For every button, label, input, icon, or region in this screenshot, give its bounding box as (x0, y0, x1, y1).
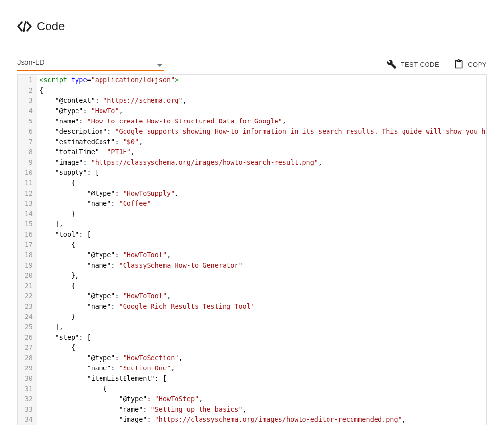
code-content[interactable]: "supply": [ (37, 168, 486, 178)
code-content[interactable]: "@type": "HowToSection", (37, 353, 486, 363)
code-line[interactable]: 10 "supply": [ (18, 168, 486, 178)
code-line[interactable]: 14 } (18, 209, 486, 219)
line-number: 21 (18, 281, 37, 291)
code-line[interactable]: 13 "name": "Coffee" (18, 198, 486, 209)
code-line[interactable]: 12 "@type": "HowToSupply", (18, 188, 486, 198)
line-number: 23 (18, 301, 37, 312)
code-content[interactable]: "name": "ClassySchema How-to Generator" (37, 260, 486, 270)
code-line[interactable]: 4 "@type": "HowTo", (18, 106, 486, 116)
code-content[interactable]: { (37, 342, 486, 353)
line-number: 13 (18, 198, 37, 209)
code-content[interactable]: "totalTime": "PT1H", (37, 147, 486, 157)
test-code-label: TEST CODE (401, 61, 439, 68)
test-code-button[interactable]: TEST CODE (387, 59, 439, 69)
line-number: 34 (18, 415, 37, 425)
line-number: 2 (18, 85, 37, 96)
line-number: 6 (18, 126, 37, 137)
code-line[interactable]: 30 "itemListElement": [ (18, 373, 486, 384)
code-content[interactable]: { (37, 384, 486, 394)
code-content[interactable]: } (37, 209, 486, 219)
code-content[interactable]: }, (37, 270, 486, 281)
code-line[interactable]: 2{ (18, 85, 486, 96)
code-content[interactable]: "@type": "HowToStep", (37, 394, 486, 404)
code-line[interactable]: 15 ], (18, 219, 486, 229)
code-content[interactable]: "description": "Google supports showing … (37, 126, 486, 137)
code-editor[interactable]: 1<script type="application/ld+json">2{3 … (17, 74, 487, 425)
code-line[interactable]: 29 "name": "Section One", (18, 363, 486, 373)
code-content[interactable]: "@type": "HowToTool", (37, 291, 486, 301)
format-dropdown[interactable]: Json-LD (17, 58, 164, 71)
line-number: 10 (18, 168, 37, 178)
code-content[interactable]: "itemListElement": [ (37, 373, 486, 384)
code-line[interactable]: 11 { (18, 178, 486, 188)
code-content[interactable]: ], (37, 322, 486, 332)
line-number: 7 (18, 137, 37, 147)
copy-label: COPY (468, 61, 487, 68)
code-line[interactable]: 22 "@type": "HowToTool", (18, 291, 486, 301)
code-line[interactable]: 9 "image": "https://classyschema.org/ima… (18, 157, 486, 168)
code-content[interactable]: "step": [ (37, 332, 486, 342)
code-content[interactable]: "name": "Section One", (37, 363, 486, 373)
line-number: 33 (18, 404, 37, 415)
clipboard-icon (454, 59, 464, 70)
code-content[interactable]: "name": "Coffee" (37, 198, 486, 209)
code-line[interactable]: 7 "estimatedCost": "$0", (18, 137, 486, 147)
copy-button[interactable]: COPY (454, 59, 487, 70)
line-number: 26 (18, 332, 37, 342)
toolbar: Json-LD TEST CODE COPY (17, 58, 487, 71)
line-number: 18 (18, 250, 37, 260)
code-content[interactable]: "@type": "HowToSupply", (37, 188, 486, 198)
code-content[interactable]: "@type": "HowTo", (37, 106, 486, 116)
code-content[interactable]: "name": "Setting up the basics", (37, 404, 486, 415)
chevron-down-icon (157, 60, 162, 69)
code-line[interactable]: 28 "@type": "HowToSection", (18, 353, 486, 363)
code-content[interactable]: { (37, 281, 486, 291)
code-line[interactable]: 32 "@type": "HowToStep", (18, 394, 486, 404)
code-content[interactable]: { (37, 178, 486, 188)
page-title: Code (37, 20, 65, 33)
code-content[interactable]: <script type="application/ld+json"> (37, 75, 486, 85)
code-line[interactable]: 16 "tool": [ (18, 229, 486, 240)
code-line[interactable]: 31 { (18, 384, 486, 394)
code-line[interactable]: 21 { (18, 281, 486, 291)
code-line[interactable]: 26 "step": [ (18, 332, 486, 342)
code-line[interactable]: 19 "name": "ClassySchema How-to Generato… (18, 260, 486, 270)
code-line[interactable]: 20 }, (18, 270, 486, 281)
code-line[interactable]: 18 "@type": "HowToTool", (18, 250, 486, 260)
code-content[interactable]: "name": "How to create How-to Structured… (37, 116, 486, 126)
code-content[interactable]: } (37, 312, 486, 322)
line-number: 9 (18, 157, 37, 168)
line-number: 5 (18, 116, 37, 126)
line-number: 3 (18, 96, 37, 106)
code-content[interactable]: "name": "Google Rich Results Testing Too… (37, 301, 486, 312)
line-number: 27 (18, 342, 37, 353)
code-line[interactable]: 6 "description": "Google supports showin… (18, 126, 486, 137)
code-line[interactable]: 17 { (18, 240, 486, 250)
code-content[interactable]: "image": "https://classyschema.org/image… (37, 415, 486, 425)
line-number: 15 (18, 219, 37, 229)
code-content[interactable]: "image": "https://classyschema.org/image… (37, 157, 486, 168)
code-line[interactable]: 25 ], (18, 322, 486, 332)
code-line[interactable]: 3 "@context": "https://schema.org", (18, 96, 486, 106)
code-line[interactable]: 8 "totalTime": "PT1H", (18, 147, 486, 157)
code-line[interactable]: 23 "name": "Google Rich Results Testing … (18, 301, 486, 312)
code-line[interactable]: 1<script type="application/ld+json"> (18, 75, 486, 85)
line-number: 22 (18, 291, 37, 301)
code-content[interactable]: { (37, 240, 486, 250)
code-content[interactable]: { (37, 85, 486, 96)
code-content[interactable]: "@type": "HowToTool", (37, 250, 486, 260)
code-content[interactable]: "estimatedCost": "$0", (37, 137, 486, 147)
line-number: 16 (18, 229, 37, 240)
code-line[interactable]: 5 "name": "How to create How-to Structur… (18, 116, 486, 126)
code-line[interactable]: 27 { (18, 342, 486, 353)
code-line[interactable]: 33 "name": "Setting up the basics", (18, 404, 486, 415)
code-brackets-icon (17, 21, 32, 32)
line-number: 19 (18, 260, 37, 270)
code-line[interactable]: 34 "image": "https://classyschema.org/im… (18, 415, 486, 425)
code-content[interactable]: "tool": [ (37, 229, 486, 240)
line-number: 31 (18, 384, 37, 394)
line-number: 29 (18, 363, 37, 373)
code-content[interactable]: ], (37, 219, 486, 229)
code-content[interactable]: "@context": "https://schema.org", (37, 96, 486, 106)
code-line[interactable]: 24 } (18, 312, 486, 322)
